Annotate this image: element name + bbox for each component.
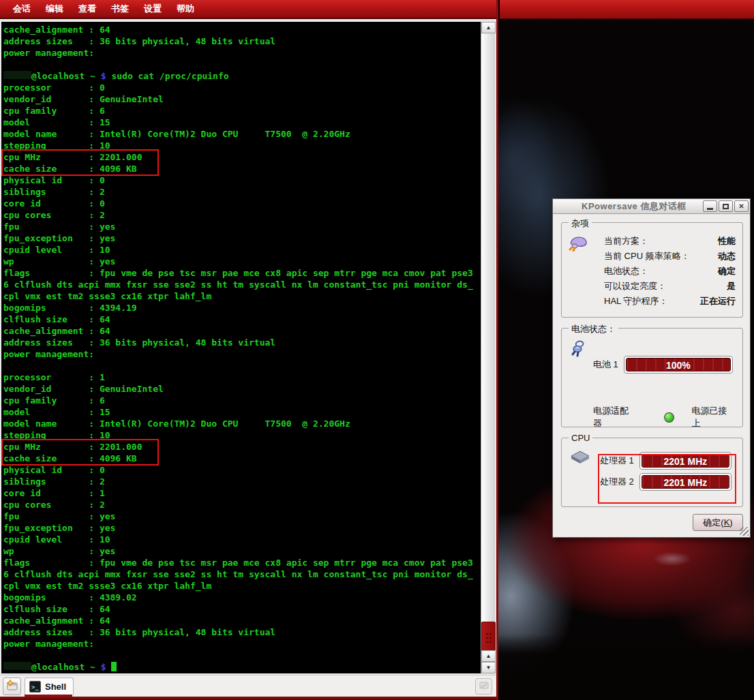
info-label: 可以设定亮度： bbox=[604, 279, 666, 294]
new-session-button[interactable] bbox=[3, 678, 21, 695]
ac-plug-icon bbox=[570, 339, 588, 360]
desktop-screen: 会话编辑查看书签设置帮助 cache_alignment : 64address… bbox=[0, 0, 754, 700]
session-list-button[interactable] bbox=[475, 678, 492, 695]
battery-progressbar: 100% bbox=[624, 356, 733, 374]
terminal-line: clflush size : 64 bbox=[3, 314, 479, 325]
ok-button-accesskey: K bbox=[724, 517, 730, 528]
cpu-chip-icon bbox=[570, 451, 590, 467]
terminal-cursor bbox=[111, 662, 117, 671]
battery-progress-value: 100% bbox=[626, 358, 731, 371]
scrollbar[interactable]: ▲ ▲ ▼ bbox=[481, 22, 495, 673]
cpu-freq-bar: 2201 MHz bbox=[639, 473, 732, 491]
battery-row: 电池 1 100% bbox=[593, 356, 733, 374]
terminal-line: siblings : 2 bbox=[3, 476, 479, 487]
info-label: 电池状态： bbox=[604, 264, 648, 279]
misc-info-rows: 当前方案：性能当前 CPU 频率策略：动态电池状态：确定可以设定亮度：是HAL … bbox=[604, 234, 736, 309]
info-row: 当前 CPU 频率策略：动态 bbox=[604, 249, 736, 264]
group-cpu: CPU 处理器 12201 MHz处理器 22201 MHz bbox=[561, 438, 743, 507]
terminal-line: cache_alignment : 64 bbox=[3, 615, 479, 626]
terminal-line: address sizes : 36 bits physical, 48 bit… bbox=[3, 337, 479, 348]
terminal-line: wp : yes bbox=[3, 256, 479, 267]
terminal-line: physical id : 0 bbox=[3, 464, 479, 476]
terminal-line: fpu_exception : yes bbox=[3, 232, 479, 244]
terminal-line: model : 15 bbox=[3, 406, 479, 418]
terminal-line: cpu cores : 2 bbox=[3, 209, 479, 221]
menu-item[interactable]: 书签 bbox=[104, 3, 136, 15]
terminal-line: cpl vmx est tm2 ssse3 cx16 xtpr lahf_lm bbox=[3, 290, 479, 302]
maximize-button[interactable] bbox=[719, 200, 733, 212]
terminal-line: model name : Intel(R) Core(TM)2 Duo CPU … bbox=[3, 128, 479, 140]
redacted-username bbox=[3, 662, 31, 670]
terminal-line bbox=[3, 360, 479, 371]
terminal-viewport[interactable]: cache_alignment : 64address sizes : 36 b… bbox=[0, 20, 496, 675]
terminal-line: cache_alignment : 64 bbox=[3, 24, 479, 35]
adapter-row: 电源适配器 电源已接上 bbox=[593, 405, 733, 429]
scroll-down-icon[interactable]: ▼ bbox=[481, 662, 496, 673]
menu-item[interactable]: 设置 bbox=[136, 3, 169, 15]
scroll-up-icon[interactable]: ▲ bbox=[481, 22, 496, 33]
background-window-titlebar bbox=[500, 0, 754, 19]
ok-button-label-suffix: ) bbox=[729, 517, 732, 528]
terminal-line: cache size : 4096 KB bbox=[3, 163, 479, 174]
menu-item[interactable]: 会话 bbox=[5, 3, 38, 15]
adapter-status: 电源已接上 bbox=[692, 405, 733, 429]
ok-button-label: 确定( bbox=[703, 517, 723, 529]
terminal-line: bogomips : 4394.19 bbox=[3, 302, 479, 314]
group-battery: 电池状态： 电池 1 100% 电源适配器 电源已接上 bbox=[561, 328, 743, 427]
cpu-freq-value: 2201 MHz bbox=[642, 454, 729, 468]
adapter-label: 电源适配器 bbox=[593, 405, 634, 429]
terminal-line: processor : 0 bbox=[3, 82, 479, 93]
terminal-line: model : 15 bbox=[3, 117, 479, 128]
terminal-line: vendor_id : GenuineIntel bbox=[3, 383, 479, 395]
terminal-line: core id : 0 bbox=[3, 198, 479, 209]
group-misc-label: 杂项 bbox=[569, 217, 592, 230]
info-label: 当前 CPU 频率策略： bbox=[604, 249, 690, 264]
terminal-line: cpu MHz : 2201.000 bbox=[3, 441, 479, 453]
terminal-line: fpu : yes bbox=[3, 511, 479, 522]
terminal-line: stepping : 10 bbox=[3, 140, 479, 151]
menubar: 会话编辑查看书签设置帮助 bbox=[0, 0, 496, 19]
tab-shell[interactable]: >_ Shell bbox=[25, 678, 74, 695]
terminal-line: power management: bbox=[3, 47, 479, 59]
ok-button[interactable]: 确定(K) bbox=[693, 514, 743, 531]
terminal-line: @localhost ~ $ sudo cat /proc/cpuinfo bbox=[3, 70, 479, 82]
resize-grip[interactable] bbox=[740, 527, 749, 536]
terminal-line: cpu family : 6 bbox=[3, 105, 479, 117]
terminal-line: fpu_exception : yes bbox=[3, 522, 479, 534]
info-label: 当前方案： bbox=[604, 234, 648, 249]
new-session-icon bbox=[5, 679, 18, 694]
menu-item[interactable]: 帮助 bbox=[169, 3, 202, 15]
kpowersave-plug-icon bbox=[569, 235, 589, 254]
terminal-output: cache_alignment : 64address sizes : 36 b… bbox=[3, 24, 479, 671]
menu-item[interactable]: 编辑 bbox=[38, 3, 71, 15]
terminal-line: cpu family : 6 bbox=[3, 395, 479, 406]
minimize-button[interactable] bbox=[703, 200, 717, 212]
menu-item[interactable]: 查看 bbox=[71, 3, 104, 15]
dialog-title: KPowersave 信息对话框 bbox=[553, 200, 703, 213]
terminal-line: flags : fpu vme de pse tsc msr pae mce c… bbox=[3, 557, 479, 568]
terminal-line: 6 clflush dts acpi mmx fxsr sse sse2 ss … bbox=[3, 279, 479, 290]
terminal-line: 6 clflush dts acpi mmx fxsr sse sse2 ss … bbox=[3, 568, 479, 580]
kpowersave-dialog: KPowersave 信息对话框 ✕ 杂项 当前方案：性能当前 CPU 频率策略… bbox=[552, 198, 751, 538]
info-value: 性能 bbox=[718, 234, 736, 249]
terminal-line: stepping : 10 bbox=[3, 429, 479, 441]
dialog-titlebar[interactable]: KPowersave 信息对话框 ✕ bbox=[553, 199, 750, 214]
scrollbar-thumb[interactable] bbox=[481, 622, 496, 653]
terminal-line: processor : 1 bbox=[3, 371, 479, 383]
terminal-line: core id : 1 bbox=[3, 487, 479, 499]
terminal-line: flags : fpu vme de pse tsc msr pae mce c… bbox=[3, 267, 479, 279]
scroll-up-icon[interactable]: ▲ bbox=[481, 650, 496, 662]
terminal-line: power management: bbox=[3, 638, 479, 650]
terminal-line: cpl vmx est tm2 ssse3 cx16 xtpr lahf_lm bbox=[3, 580, 479, 592]
session-tabbar: >_ Shell bbox=[0, 675, 496, 697]
terminal-line: address sizes : 36 bits physical, 48 bit… bbox=[3, 626, 479, 638]
cpu-freq-bar: 2201 MHz bbox=[639, 452, 732, 470]
group-battery-label: 电池状态： bbox=[569, 323, 618, 335]
terminal-line: cpu MHz : 2201.000 bbox=[3, 151, 479, 163]
cpu-label: 处理器 2 bbox=[600, 476, 634, 488]
terminal-line: cpuid level : 10 bbox=[3, 244, 479, 256]
terminal-line: physical id : 0 bbox=[3, 174, 479, 186]
terminal-line: siblings : 2 bbox=[3, 186, 479, 198]
close-button[interactable]: ✕ bbox=[734, 200, 749, 212]
terminal-line: cpuid level : 10 bbox=[3, 534, 479, 545]
